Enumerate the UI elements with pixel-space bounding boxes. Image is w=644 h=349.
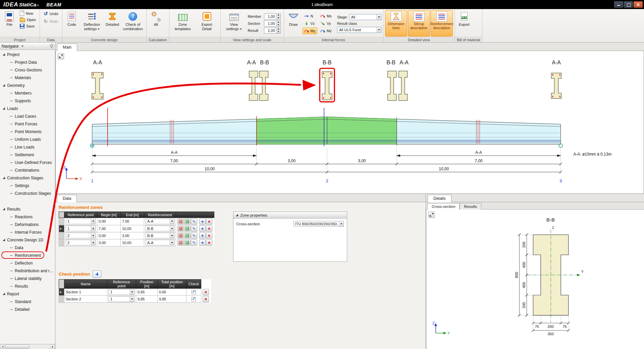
calculate-all-button[interactable]: All	[148, 10, 164, 37]
edit-zone-button[interactable]	[191, 225, 197, 232]
nav-item-settlement[interactable]: Settlement	[0, 151, 55, 159]
nav-group-report[interactable]: Report	[0, 290, 55, 298]
delete-zone-button[interactable]	[206, 225, 212, 232]
cross-section-select[interactable]: ITU 800/350/200/200/350...	[293, 221, 344, 227]
begin-cell[interactable]: 7,00	[97, 225, 121, 232]
nav-item-uniform-loads[interactable]: Uniform Loads	[0, 135, 55, 143]
tab-results[interactable]: Results	[460, 203, 481, 210]
dimension-lines-button[interactable]: Dimension lines	[385, 10, 407, 37]
end-cell[interactable]: 10,00	[121, 225, 144, 232]
section-icon-bb[interactable]	[322, 72, 332, 100]
result-scale-stepper[interactable]: 1,00	[264, 27, 281, 34]
add-zone-button[interactable]	[199, 232, 206, 239]
navigator-hscrollbar[interactable]	[0, 344, 55, 349]
add-zone-button[interactable]	[199, 239, 206, 246]
pin-icon[interactable]	[49, 44, 53, 49]
stepper-up-button[interactable]	[276, 28, 280, 31]
stirrup-layout-button[interactable]	[184, 232, 191, 239]
stepper-up-button[interactable]	[276, 14, 280, 16]
nav-item-standard[interactable]: Standard	[0, 298, 55, 305]
new-button[interactable]: New	[18, 10, 38, 16]
scroll-right-button[interactable]	[50, 344, 55, 349]
stepper-down-button[interactable]	[276, 30, 280, 33]
force-vz-toggle[interactable]: Vz	[303, 20, 318, 27]
force-n-toggle[interactable]: N	[303, 13, 318, 19]
stepper-down-button[interactable]	[276, 23, 280, 26]
edit-zone-button[interactable]	[191, 218, 197, 225]
member-scale-stepper[interactable]: 1,00	[264, 13, 281, 19]
nav-group-results[interactable]: Results	[0, 205, 55, 213]
check-checkbox[interactable]	[192, 297, 196, 301]
begin-cell[interactable]: 3,00	[97, 239, 121, 246]
nav-item-construction-stages[interactable]: Construction Stages	[0, 189, 55, 197]
reference-point-select[interactable]: 1	[109, 289, 135, 295]
tab-main[interactable]: Main	[57, 44, 77, 51]
navigator-caret-icon[interactable]	[21, 46, 23, 47]
rebar-layout-button[interactable]	[177, 225, 184, 232]
section-icon-aa[interactable]	[399, 71, 408, 101]
open-button[interactable]: Open	[18, 17, 38, 23]
rebar-layout-button[interactable]	[177, 232, 184, 239]
tab-data[interactable]: Data	[57, 195, 77, 202]
stirrup-layout-button[interactable]	[184, 218, 191, 225]
nav-group-loads[interactable]: Loads	[0, 105, 55, 112]
nav-item-internal-forces[interactable]: Internal Forces	[0, 228, 55, 236]
check-checkbox[interactable]	[192, 290, 196, 294]
nav-item-user-defined-forces[interactable]: User-Defined Forces	[0, 159, 55, 166]
stage-select[interactable]: All	[349, 14, 381, 20]
redo-button[interactable]: Redo	[42, 18, 60, 25]
nav-item-cross-sections[interactable]: Cross-Sections	[0, 66, 55, 74]
file-button[interactable]: File	[2, 10, 17, 37]
check-row[interactable]: Section 1 1 0,65 0,65	[59, 289, 211, 296]
nav-item-supports[interactable]: Supports	[0, 97, 55, 105]
nav-group-construction-stages[interactable]: Construction Stages	[0, 174, 55, 182]
begin-cell[interactable]: 0,00	[97, 232, 121, 239]
section-icon-aa[interactable]	[249, 71, 258, 101]
nav-item-settings[interactable]: Settings	[0, 182, 55, 189]
end-cell[interactable]: 3,00	[121, 232, 144, 239]
scroll-left-button[interactable]	[0, 344, 5, 349]
detailed-button[interactable]: Detailed	[104, 10, 120, 37]
check-row[interactable]: Section 2 1 9,85 9,85	[59, 296, 211, 303]
stepper-down-button[interactable]	[276, 16, 280, 19]
reference-point-select[interactable]: 2	[66, 240, 96, 245]
reference-point-select[interactable]: 2	[66, 233, 96, 238]
reference-point-select[interactable]: 1	[109, 296, 135, 302]
nav-item-lateral-stability[interactable]: Lateral stability	[0, 275, 55, 282]
stirrup-layout-button[interactable]	[184, 225, 191, 232]
save-button[interactable]: Save	[18, 23, 38, 29]
reinforcement-select[interactable]: B-B	[146, 226, 174, 231]
row-selector[interactable]	[59, 218, 64, 225]
stirrup-description-button[interactable]: Stirrup description	[408, 10, 430, 37]
nav-item-point-moments[interactable]: Point Moments	[0, 128, 55, 135]
nav-item-project-data[interactable]: Project Data	[0, 58, 55, 66]
section-icon-aa[interactable]	[551, 73, 561, 99]
total-position-cell[interactable]: 9,85	[158, 296, 186, 303]
delete-zone-button[interactable]	[206, 239, 212, 246]
reinforcement-select[interactable]: A-A	[146, 240, 174, 245]
force-vy-toggle[interactable]: Vy	[319, 20, 334, 27]
beam-body[interactable]	[90, 108, 562, 148]
rebar-layout-button[interactable]	[177, 239, 184, 246]
collapse-icon[interactable]	[236, 214, 238, 216]
deflection-settings-button[interactable]: Deflection settings	[80, 10, 104, 37]
nav-item-point-forces[interactable]: Point Forces	[0, 120, 55, 128]
delete-zone-button[interactable]	[206, 232, 212, 239]
nav-item-line-loads[interactable]: Line Loads	[0, 143, 55, 151]
nav-item-redistribution[interactable]: Redistribution and r...	[0, 267, 55, 275]
position-cell[interactable]: 0,65	[136, 289, 158, 296]
close-button[interactable]	[634, 1, 643, 8]
check-name-cell[interactable]: Section 2	[64, 296, 107, 303]
nav-item-deformations[interactable]: Deformations	[0, 221, 55, 228]
tab-cross-section[interactable]: Cross-section	[427, 203, 460, 210]
position-cell[interactable]: 9,85	[136, 296, 158, 303]
force-mx-toggle[interactable]: Mx	[319, 13, 334, 19]
delete-check-button[interactable]	[203, 296, 209, 302]
total-position-cell[interactable]: 0,65	[158, 289, 186, 296]
nav-item-reinforcement[interactable]: Reinforcement	[0, 251, 55, 259]
result-class-select[interactable]: All ULS Fund	[337, 27, 381, 33]
rebar-layout-button[interactable]	[177, 218, 184, 225]
nav-item-load-cases[interactable]: Load Cases	[0, 112, 55, 120]
view-settings-button[interactable]: View settings	[222, 10, 246, 37]
nav-item-members[interactable]: Members	[0, 89, 55, 97]
